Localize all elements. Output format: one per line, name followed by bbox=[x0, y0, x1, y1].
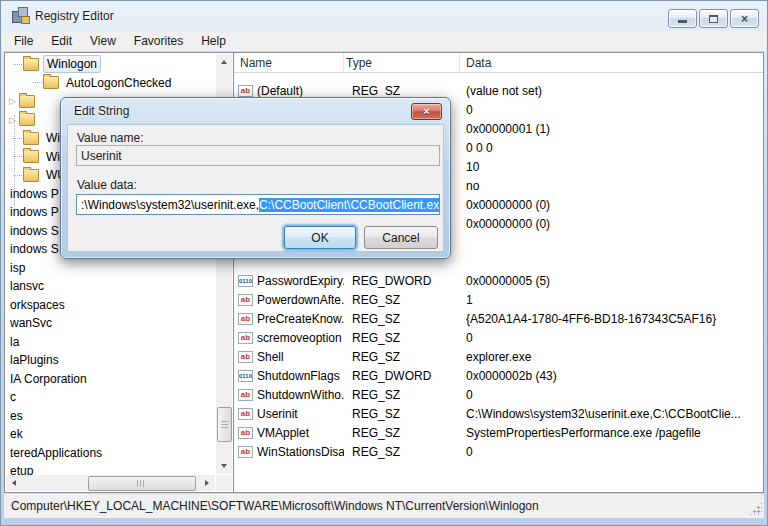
expand-arrow-icon[interactable]: ▷ bbox=[9, 115, 18, 125]
tree-item-lansvc[interactable]: lansvc bbox=[7, 277, 47, 295]
column-header-data[interactable]: Data bbox=[460, 53, 763, 72]
value-data: 0x00000005 (5) bbox=[460, 274, 763, 288]
tree-item-laplugins[interactable]: laPlugins bbox=[7, 351, 62, 369]
value-data: 0 bbox=[460, 331, 763, 345]
arrow-down-icon bbox=[221, 464, 227, 468]
dword-value-icon: 0110 bbox=[238, 370, 253, 382]
tree-item-indows-s[interactable]: indows S bbox=[7, 240, 62, 258]
value-name: (Default) bbox=[257, 84, 344, 98]
tree-connector bbox=[13, 64, 22, 65]
minimize-button[interactable] bbox=[668, 9, 697, 28]
tree-item-label: wanSvc bbox=[7, 315, 55, 331]
tree-item-indows-s[interactable]: indows S bbox=[7, 222, 62, 240]
value-row-shell[interactable]: abShellREG_SZexplorer.exe bbox=[234, 347, 763, 366]
folder-icon bbox=[19, 95, 35, 108]
arrow-right-icon bbox=[205, 480, 209, 486]
tree-item-ek[interactable]: ek bbox=[7, 425, 26, 443]
value-row-scremoveoption[interactable]: abscremoveoptionREG_SZ0 bbox=[234, 328, 763, 347]
folder-icon bbox=[23, 132, 39, 145]
value-data: 0x00000000 (0) bbox=[460, 217, 763, 231]
tree-item[interactable]: ▷ bbox=[9, 111, 39, 129]
tree-item-label: lansvc bbox=[7, 278, 47, 294]
tree-item-wansvc[interactable]: wanSvc bbox=[7, 314, 55, 332]
tree-item-label: indows S bbox=[7, 223, 62, 239]
scroll-down-button[interactable] bbox=[216, 458, 232, 474]
tree-item-la[interactable]: la bbox=[7, 333, 22, 351]
value-data-field[interactable]: :\Windows\system32\userinit.exe,C:\CCBoo… bbox=[76, 194, 440, 215]
tree-item-label: ek bbox=[7, 426, 26, 442]
menu-item-view[interactable]: View bbox=[81, 31, 125, 51]
tree-item-isp[interactable]: isp bbox=[7, 259, 28, 277]
value-row-shutdownflags[interactable]: 0110ShutdownFlagsREG_DWORD0x0000002b (43… bbox=[234, 366, 763, 385]
tree-item-es[interactable]: es bbox=[7, 407, 26, 425]
value-row-shutdownwitho[interactable]: abShutdownWitho...REG_SZ0 bbox=[234, 385, 763, 404]
value-name-field[interactable]: Userinit bbox=[76, 145, 440, 166]
string-value-icon: ab bbox=[238, 446, 253, 458]
value-row-winstationsdisa[interactable]: abWinStationsDisa...REG_SZ0 bbox=[234, 442, 763, 461]
value-type: REG_SZ bbox=[344, 84, 460, 98]
menu-item-file[interactable]: File bbox=[5, 31, 42, 51]
value-name: scremoveoption bbox=[257, 331, 344, 345]
value-row-userinit[interactable]: abUserinitREG_SZC:\Windows\system32\user… bbox=[234, 404, 763, 423]
tree-item-label: indows S bbox=[7, 241, 62, 257]
string-value-icon: ab bbox=[238, 427, 253, 439]
values-header-row: NameTypeData bbox=[234, 53, 763, 73]
tree-item-indows-p[interactable]: indows P bbox=[7, 185, 62, 203]
vertical-scroll-thumb[interactable] bbox=[217, 407, 232, 442]
value-name: Userinit bbox=[257, 407, 344, 421]
tree-connector bbox=[13, 156, 22, 157]
ok-button[interactable]: OK bbox=[284, 226, 356, 249]
value-data: explorer.exe bbox=[460, 350, 763, 364]
value-type: REG_SZ bbox=[344, 426, 460, 440]
tree-item-ia-corporation[interactable]: IA Corporation bbox=[7, 370, 90, 388]
value-row-passwordexpiry[interactable]: 0110PasswordExpiry...REG_DWORD0x00000005… bbox=[234, 271, 763, 290]
value-data: 0 bbox=[460, 388, 763, 402]
value-row-powerdownafte[interactable]: abPowerdownAfte...REG_SZ1 bbox=[234, 290, 763, 309]
value-data: (value not set) bbox=[460, 84, 763, 98]
value-name-label: Value name: bbox=[77, 131, 144, 145]
tree-item-orkspaces[interactable]: orkspaces bbox=[7, 296, 68, 314]
tree-item-winlogon[interactable]: Winlogon bbox=[13, 55, 101, 73]
value-type: REG_DWORD bbox=[344, 369, 460, 383]
cancel-button[interactable]: Cancel bbox=[364, 226, 438, 249]
menu-item-help[interactable]: Help bbox=[192, 31, 235, 51]
tree-item-label: Winlogon bbox=[43, 55, 101, 73]
tree-item-label: isp bbox=[7, 260, 28, 276]
folder-icon bbox=[43, 76, 59, 89]
maximize-button[interactable] bbox=[699, 9, 728, 28]
value-row-vmapplet[interactable]: abVMAppletREG_SZSystemPropertiesPerforma… bbox=[234, 423, 763, 442]
dialog-close-button[interactable]: × bbox=[411, 103, 442, 120]
value-name: Shell bbox=[257, 350, 344, 364]
tree-item-autologonchecked[interactable]: AutoLogonChecked bbox=[33, 74, 174, 92]
tree-item[interactable]: ▷ bbox=[9, 92, 39, 110]
scroll-right-button[interactable] bbox=[199, 475, 215, 491]
column-header-type[interactable]: Type bbox=[344, 53, 460, 72]
scroll-up-button[interactable] bbox=[216, 54, 232, 70]
menu-item-favorites[interactable]: Favorites bbox=[125, 31, 192, 51]
column-header-name[interactable]: Name bbox=[238, 53, 344, 72]
value-data: 0x0000002b (43) bbox=[460, 369, 763, 383]
resize-grip[interactable] bbox=[749, 502, 762, 515]
horizontal-scroll-thumb[interactable] bbox=[88, 476, 196, 491]
tree-item-teredapplications[interactable]: teredApplications bbox=[7, 444, 105, 462]
tree-horizontal-scrollbar[interactable] bbox=[6, 475, 215, 491]
value-row-precreateknow[interactable]: abPreCreateKnow...REG_SZ{A520A1A4-1780-4… bbox=[234, 309, 763, 328]
scroll-left-button[interactable] bbox=[6, 475, 22, 491]
tree-item-indows-p[interactable]: indows P bbox=[7, 203, 62, 221]
edit-string-dialog: Edit String × Value name: Userinit Value… bbox=[60, 97, 451, 259]
value-data: 1 bbox=[460, 293, 763, 307]
arrow-up-icon bbox=[221, 60, 227, 64]
value-type: REG_SZ bbox=[344, 407, 460, 421]
tree-item-label: indows P bbox=[7, 204, 62, 220]
tree-item-label: c bbox=[7, 389, 19, 405]
value-data-text: :\Windows\system32\userinit.exe, bbox=[81, 198, 259, 212]
tree-item-c[interactable]: c bbox=[7, 388, 19, 406]
tree-item-label: es bbox=[7, 408, 26, 424]
close-button[interactable]: × bbox=[730, 9, 759, 28]
value-name: PreCreateKnow... bbox=[257, 312, 344, 326]
expand-arrow-icon[interactable]: ▷ bbox=[9, 96, 18, 106]
menu-item-edit[interactable]: Edit bbox=[42, 31, 81, 51]
tree-connector bbox=[13, 175, 22, 176]
tree-item-label: laPlugins bbox=[7, 352, 62, 368]
title-bar[interactable]: Registry Editor × bbox=[1, 1, 767, 31]
